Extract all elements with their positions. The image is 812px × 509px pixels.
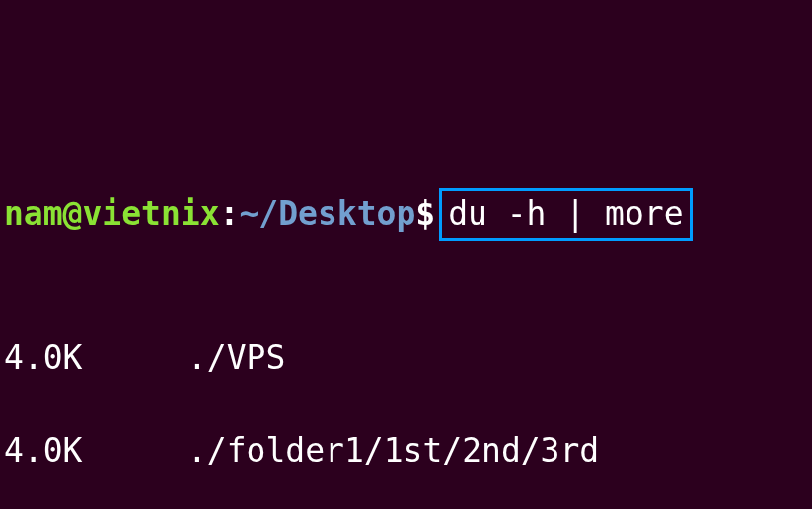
command-input[interactable]: du -h | more xyxy=(448,194,683,233)
output-row: 4.0K./VPS xyxy=(4,335,808,382)
path-value: ./VPS xyxy=(187,338,285,377)
prompt-line: nam@vietnix:~/Desktop$du -h | more xyxy=(4,188,808,241)
path: ~/Desktop xyxy=(239,191,415,238)
host: vietnix xyxy=(82,194,219,233)
colon: : xyxy=(220,191,240,238)
size-value: 4.0K xyxy=(4,428,187,474)
size-value: 4.0K xyxy=(4,335,187,382)
path-dir: Desktop xyxy=(278,194,415,233)
user-host: nam@vietnix xyxy=(4,191,220,238)
user: nam xyxy=(4,194,63,233)
output-row: 4.0K./folder1/1st/2nd/3rd xyxy=(4,428,808,474)
path-value: ./folder1/1st/2nd/3rd xyxy=(187,431,599,470)
output-container: 4.0K./VPS 4.0K./folder1/1st/2nd/3rd 8.0K… xyxy=(4,289,808,509)
at-separator: @ xyxy=(63,194,83,233)
dollar: $ xyxy=(415,191,435,238)
path-prefix: ~/ xyxy=(239,194,278,233)
command-highlight-box: du -h | more xyxy=(439,188,692,241)
